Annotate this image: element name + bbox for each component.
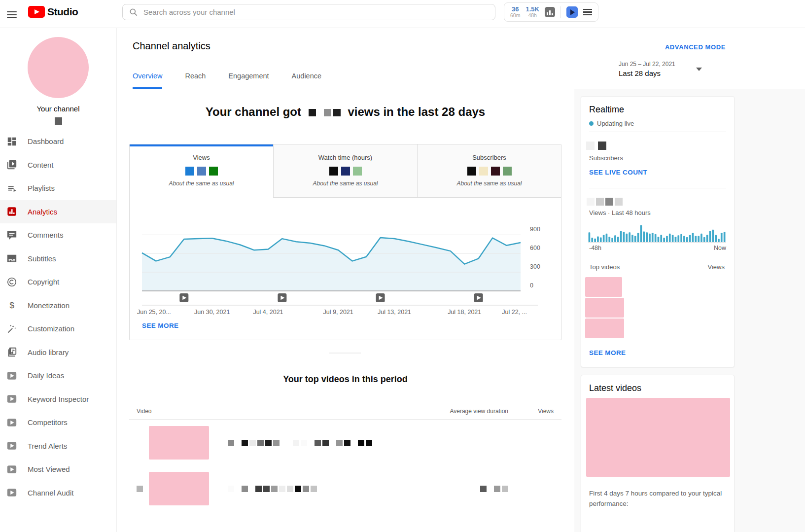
sidebar-item-subtitles[interactable]: Subtitles — [0, 247, 116, 271]
vidiq-icon — [6, 417, 17, 428]
sidebar-item-label: Playlists — [28, 184, 55, 192]
channel-avatar[interactable] — [28, 37, 89, 98]
redaction-square — [273, 440, 280, 446]
menu-icon[interactable] — [6, 8, 19, 19]
redaction-square — [322, 440, 329, 446]
realtime-bar-chart[interactable] — [588, 224, 726, 246]
see-more-link[interactable]: SEE MORE — [142, 322, 178, 329]
sidebar-item-label: Subtitles — [28, 254, 56, 263]
sidebar-item-daily-ideas[interactable]: Daily Ideas — [0, 364, 116, 388]
headline-prefix: Your channel got — [206, 105, 301, 118]
redaction-square — [353, 167, 362, 176]
redacted-views-count — [587, 197, 624, 206]
realtime-title: Realtime — [589, 105, 624, 115]
tab-engagement[interactable]: Engagement — [228, 72, 269, 89]
tab-overview[interactable]: Overview — [133, 72, 162, 89]
tab-audience[interactable]: Audience — [292, 72, 321, 89]
metric-tab-subscribers[interactable]: SubscribersAbout the same as usual — [417, 144, 561, 198]
sidebar-item-monetization[interactable]: $Monetization — [0, 294, 116, 318]
sidebar-item-audio-library[interactable]: Audio library — [0, 341, 116, 364]
updating-live-label: Updating live — [597, 120, 634, 127]
redaction-square — [197, 167, 206, 176]
sidebar-item-keyword-inspector[interactable]: Keyword Inspector — [0, 388, 116, 411]
see-more-link[interactable]: SEE MORE — [589, 349, 626, 356]
views-last-48-hours-label: Views · Last 48 hours — [589, 209, 651, 216]
realtime-top-video-thumbnail[interactable] — [585, 277, 622, 297]
sidebar-item-dashboard[interactable]: Dashboard — [0, 130, 116, 153]
metric-label: Views — [130, 154, 273, 161]
chevron-down-icon — [696, 68, 702, 71]
youtube-studio-page: Studio 36 60m 1.5K 48h Your channel Dash… — [0, 0, 805, 532]
sidebar-item-customization[interactable]: Customization — [0, 317, 116, 341]
vidiq-menu-icon[interactable] — [583, 7, 592, 17]
sidebar-item-analytics[interactable]: Analytics — [0, 200, 116, 224]
search-input[interactable] — [143, 8, 489, 16]
vidiq-logo-icon[interactable] — [566, 6, 578, 18]
sidebar-item-label: Monetization — [28, 301, 70, 310]
sidebar-menu: DashboardContentPlaylistsAnalyticsCommen… — [0, 130, 116, 504]
redaction-square — [249, 440, 256, 446]
redaction-square — [467, 167, 476, 176]
updating-live-status: Updating live — [589, 120, 634, 127]
vidiq-chart-icon[interactable] — [545, 7, 555, 17]
redaction-square — [228, 440, 234, 446]
redaction-square — [480, 486, 487, 492]
metric-label: Subscribers — [418, 154, 561, 161]
views-line-chart[interactable]: 0300600900Jun 25, 20...Jun 30, 2021Jul 4… — [130, 198, 562, 343]
channel-name-redacted — [0, 116, 116, 125]
redaction-square — [341, 167, 350, 176]
top-videos-title: Your top videos in this period — [129, 374, 561, 385]
redaction-square — [257, 440, 264, 446]
video-title-redacted — [209, 484, 449, 493]
redaction-square — [55, 117, 62, 125]
redaction-gap — [281, 445, 293, 445]
divider — [589, 132, 726, 132]
channel-search-box[interactable] — [122, 4, 495, 20]
video-thumbnail[interactable] — [149, 426, 209, 460]
table-row[interactable] — [129, 465, 561, 511]
redacted-metric-value — [274, 166, 417, 175]
video-thumbnail[interactable] — [149, 472, 209, 505]
playlists-icon — [6, 183, 17, 194]
realtime-top-videos-header: Top videos Views — [589, 263, 725, 271]
realtime-top-video-thumbnail[interactable] — [585, 298, 624, 318]
sidebar-item-content[interactable]: Content — [0, 153, 116, 177]
vidiq-views-stat: 36 60m — [510, 6, 520, 18]
table-rows — [129, 420, 561, 511]
metric-label: Watch time (hours) — [274, 154, 417, 161]
see-live-count-link[interactable]: SEE LIVE COUNT — [589, 169, 647, 176]
latest-video-thumbnail[interactable] — [586, 398, 730, 477]
date-range-picker[interactable]: Jun 25 – Jul 22, 2021 Last 28 days — [619, 61, 702, 77]
headline: Your channel got views in the last 28 da… — [129, 105, 561, 119]
redaction-square — [336, 440, 343, 446]
sidebar-item-channel-audit[interactable]: Channel Audit — [0, 481, 116, 505]
sidebar-item-label: Content — [28, 161, 54, 169]
advanced-mode-link[interactable]: ADVANCED MODE — [665, 43, 726, 51]
metric-tab-views[interactable]: ViewsAbout the same as usual — [130, 144, 273, 198]
sidebar-item-competitors[interactable]: Competitors — [0, 411, 116, 434]
redaction-gap — [309, 445, 315, 445]
redaction-square — [309, 109, 316, 116]
redaction-square — [301, 440, 307, 446]
table-row[interactable] — [129, 420, 561, 465]
svg-text:Jul 4, 2021: Jul 4, 2021 — [253, 309, 283, 316]
sidebar-item-copyright[interactable]: Copyright — [0, 270, 116, 294]
sidebar-item-trend-alerts[interactable]: Trend Alerts — [0, 434, 116, 458]
sidebar-item-playlists[interactable]: Playlists — [0, 177, 116, 200]
redaction-gap — [352, 445, 358, 445]
redacted-view-count — [308, 105, 342, 119]
search-icon — [129, 7, 139, 17]
youtube-studio-logo[interactable]: Studio — [28, 6, 78, 18]
sidebar-item-most-viewed[interactable]: Most Viewed — [0, 458, 116, 481]
realtime-top-video-thumbnail[interactable] — [585, 319, 624, 338]
overview-content: Your channel got views in the last 28 da… — [117, 89, 574, 532]
vidiq-icon — [6, 393, 17, 404]
svg-text:Jul 18, 2021: Jul 18, 2021 — [448, 309, 481, 316]
sidebar-item-comments[interactable]: Comments — [0, 223, 116, 247]
live-dot-icon — [589, 121, 594, 126]
metric-tab-watch-time-hours[interactable]: Watch time (hours)About the same as usua… — [273, 144, 417, 198]
tab-reach[interactable]: Reach — [185, 72, 206, 89]
sidebar-item-label: Comments — [28, 231, 64, 239]
headline-suffix: views in the last 28 days — [348, 105, 485, 118]
redacted-metric-value — [130, 166, 273, 175]
